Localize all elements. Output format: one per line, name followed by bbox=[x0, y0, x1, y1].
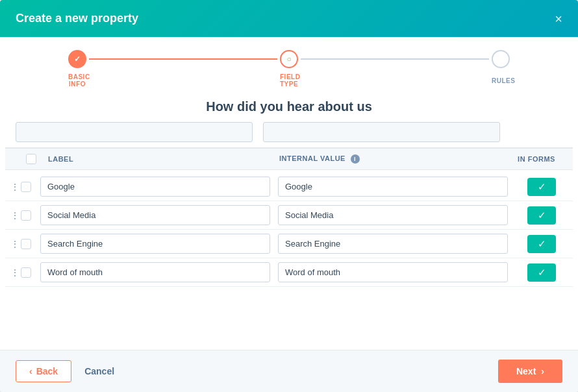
steps-labels: BASIC INFO FIELD TYPE RULES bbox=[68, 73, 510, 88]
top-inputs-row bbox=[5, 118, 573, 148]
step-field-type: ○ bbox=[280, 50, 298, 68]
row-checkbox-wrap-4 bbox=[21, 267, 40, 278]
top-input-internal-group bbox=[263, 122, 500, 142]
step-basic-info: ✓ bbox=[68, 50, 86, 68]
row-label-input-4 bbox=[40, 262, 270, 282]
step-line-1 bbox=[89, 58, 277, 60]
internal-input-2[interactable] bbox=[278, 205, 508, 225]
table-row: ⋮⋮ ✓ bbox=[5, 173, 573, 201]
internal-input-3[interactable] bbox=[278, 234, 508, 254]
modal-header: Create a new property × bbox=[0, 0, 578, 37]
next-button[interactable]: Next › bbox=[498, 360, 562, 383]
th-label: LABEL bbox=[45, 155, 279, 163]
drag-handle-1[interactable]: ⋮⋮ bbox=[10, 182, 21, 192]
top-label-input[interactable] bbox=[16, 122, 253, 142]
table-row: ⋮⋮ ✓ bbox=[5, 230, 573, 258]
row-checkbox-3[interactable] bbox=[21, 239, 31, 249]
drag-handle-3[interactable]: ⋮⋮ bbox=[10, 239, 21, 249]
table-row: ⋮⋮ ✓ bbox=[5, 201, 573, 230]
table-body: ⋮⋮ ✓ ⋮⋮ bbox=[0, 170, 578, 289]
toggle-wrap-3: ✓ bbox=[516, 235, 568, 253]
next-label: Next bbox=[516, 366, 536, 376]
internal-value-info-icon[interactable]: i bbox=[351, 154, 360, 164]
next-chevron-icon: › bbox=[541, 366, 544, 376]
toggle-wrap-1: ✓ bbox=[516, 178, 568, 196]
drag-handle-2[interactable]: ⋮⋮ bbox=[10, 210, 21, 221]
top-internal-input[interactable] bbox=[263, 122, 500, 142]
progress-section: ✓ ○ BASIC INFO FIELD TYPE RULES bbox=[0, 37, 578, 94]
back-button[interactable]: ‹ Back bbox=[16, 360, 71, 382]
table-header: LABEL INTERNAL VALUE i IN FORMS bbox=[5, 148, 573, 170]
form-title: How did you hear about us bbox=[0, 94, 578, 118]
row-label-input-2 bbox=[40, 205, 270, 225]
cancel-button[interactable]: Cancel bbox=[82, 361, 117, 382]
table-row: ⋮⋮ ✓ bbox=[5, 258, 573, 287]
th-checkbox bbox=[26, 154, 45, 164]
row-internal-input-3 bbox=[278, 234, 508, 254]
label-input-2[interactable] bbox=[40, 205, 270, 225]
row-label-input-1 bbox=[40, 177, 270, 197]
toggle-wrap-4: ✓ bbox=[516, 263, 568, 282]
label-input-3[interactable] bbox=[40, 234, 270, 254]
row-checkbox-wrap-3 bbox=[21, 239, 40, 249]
steps-container: ✓ ○ bbox=[68, 50, 510, 68]
top-input-label-group bbox=[16, 122, 253, 142]
modal-body: LABEL INTERNAL VALUE i IN FORMS ⋮⋮ bbox=[0, 118, 578, 350]
th-in-forms: IN FORMS bbox=[510, 155, 562, 163]
drag-handle-4[interactable]: ⋮⋮ bbox=[10, 267, 21, 278]
toggle-wrap-2: ✓ bbox=[516, 206, 568, 225]
row-label-input-3 bbox=[40, 234, 270, 254]
close-button[interactable]: × bbox=[555, 12, 562, 25]
th-internal-value: INTERNAL VALUE i bbox=[279, 154, 510, 164]
in-forms-toggle-1[interactable]: ✓ bbox=[527, 178, 556, 196]
step-line-2 bbox=[301, 58, 489, 60]
row-internal-input-1 bbox=[278, 177, 508, 197]
top-forms-spacer bbox=[510, 122, 562, 142]
step-circle-field-type: ○ bbox=[280, 50, 298, 68]
modal-title: Create a new property bbox=[16, 12, 138, 25]
row-checkbox-2[interactable] bbox=[21, 210, 31, 221]
internal-input-4[interactable] bbox=[278, 262, 508, 282]
in-forms-toggle-2[interactable]: ✓ bbox=[527, 206, 556, 225]
row-checkbox-1[interactable] bbox=[21, 182, 31, 192]
row-checkbox-wrap-2 bbox=[21, 210, 40, 221]
step-circle-basic-info: ✓ bbox=[68, 50, 86, 68]
row-internal-input-2 bbox=[278, 205, 508, 225]
create-property-modal: Create a new property × ✓ ○ BASIC INFO F… bbox=[0, 0, 578, 392]
label-input-4[interactable] bbox=[40, 262, 270, 282]
back-chevron-icon: ‹ bbox=[29, 366, 32, 376]
step-label-rules: RULES bbox=[492, 77, 510, 84]
back-label: Back bbox=[36, 366, 58, 376]
in-forms-toggle-4[interactable]: ✓ bbox=[527, 263, 556, 282]
step-label-field-type: FIELD TYPE bbox=[280, 73, 298, 88]
modal-footer: ‹ Back Cancel Next › bbox=[0, 350, 578, 392]
step-label-basic-info: BASIC INFO bbox=[68, 73, 86, 88]
select-all-checkbox[interactable] bbox=[26, 154, 36, 164]
label-input-1[interactable] bbox=[40, 177, 270, 197]
row-checkbox-4[interactable] bbox=[21, 267, 31, 278]
in-forms-toggle-3[interactable]: ✓ bbox=[527, 235, 556, 253]
row-checkbox-wrap-1 bbox=[21, 182, 40, 192]
step-rules bbox=[492, 50, 510, 68]
row-internal-input-4 bbox=[278, 262, 508, 282]
step-circle-rules bbox=[492, 50, 510, 68]
internal-input-1[interactable] bbox=[278, 177, 508, 197]
